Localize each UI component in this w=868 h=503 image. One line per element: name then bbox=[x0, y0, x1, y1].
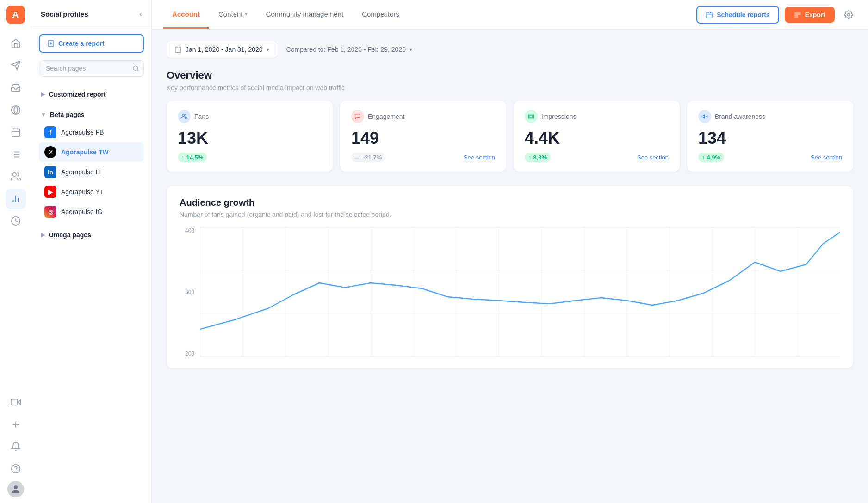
tasks-nav-icon[interactable] bbox=[6, 144, 26, 165]
chevron-right-icon-2: ▶ bbox=[41, 232, 45, 238]
content-area: Jan 1, 2020 - Jan 31, 2020 ▾ Compared to… bbox=[152, 30, 868, 503]
compare-arrow: ▾ bbox=[409, 46, 412, 53]
metrics-grid: Fans 13K ↑ 14,5% bbox=[167, 101, 853, 172]
search-icon bbox=[132, 65, 139, 72]
user-avatar[interactable] bbox=[7, 481, 24, 497]
y-label-400: 400 bbox=[180, 227, 198, 234]
svg-marker-45 bbox=[702, 115, 704, 118]
svg-rect-30 bbox=[707, 12, 712, 18]
tab-community[interactable]: Community management bbox=[257, 1, 353, 29]
tab-account[interactable]: Account bbox=[163, 1, 209, 29]
impressions-value: 4.4K bbox=[525, 129, 669, 148]
home-nav-icon[interactable] bbox=[6, 33, 26, 54]
settings-button[interactable] bbox=[840, 6, 857, 23]
brand-icon bbox=[698, 110, 711, 123]
send-nav-icon[interactable] bbox=[6, 55, 26, 76]
youtube-icon: ▶ bbox=[44, 186, 56, 198]
svg-rect-44 bbox=[530, 115, 533, 118]
svg-rect-36 bbox=[795, 15, 797, 17]
inbox-nav-icon[interactable] bbox=[6, 78, 26, 98]
engagement-change: — -21,7% bbox=[351, 153, 385, 162]
brand-see-section[interactable]: See section bbox=[811, 154, 842, 161]
audience-nav-icon[interactable] bbox=[6, 166, 26, 187]
globe-nav-icon[interactable] bbox=[6, 100, 26, 120]
compare-date-picker[interactable]: Compared to: Feb 1, 2020 - Feb 29, 2020 … bbox=[286, 46, 412, 53]
media-nav-icon[interactable] bbox=[6, 392, 26, 412]
fans-change: ↑ 14,5% bbox=[178, 153, 207, 162]
date-bar: Jan 1, 2020 - Jan 31, 2020 ▾ Compared to… bbox=[167, 41, 853, 58]
sidebar-title: Social profiles bbox=[41, 10, 88, 18]
sidebar-item-tw[interactable]: ✕ Agorapulse TW bbox=[39, 142, 144, 162]
svg-rect-35 bbox=[798, 12, 800, 14]
chart-subtitle: Number of fans gained (organic and paid)… bbox=[180, 211, 840, 218]
tab-competitors[interactable]: Competitors bbox=[353, 1, 409, 29]
engagement-see-section[interactable]: See section bbox=[464, 154, 495, 161]
impressions-footer: ↑ 8,3% See section bbox=[525, 153, 669, 162]
chart-y-labels: 400 300 200 bbox=[180, 227, 198, 357]
chevron-down-icon: ▼ bbox=[41, 111, 46, 118]
instagram-icon: ◎ bbox=[44, 206, 56, 218]
facebook-icon: f bbox=[44, 126, 56, 138]
svg-point-42 bbox=[182, 114, 185, 117]
impressions-see-section[interactable]: See section bbox=[637, 154, 669, 161]
calendar-nav-icon[interactable] bbox=[6, 122, 26, 142]
metric-card-engagement: Engagement 149 — -21,7% See section bbox=[340, 101, 506, 172]
overview-title: Overview bbox=[167, 69, 853, 81]
sidebar-section-customized: ▶ Customized report bbox=[31, 84, 151, 104]
svg-rect-4 bbox=[12, 129, 19, 137]
content-dropdown-arrow: ▾ bbox=[245, 11, 248, 17]
analytics-nav-icon[interactable] bbox=[6, 189, 26, 209]
brand-value: 134 bbox=[698, 129, 842, 148]
svg-rect-34 bbox=[795, 12, 797, 14]
app-logo[interactable]: A bbox=[6, 6, 25, 24]
fans-footer: ↑ 14,5% bbox=[178, 153, 322, 162]
metric-card-brand: Brand awareness 134 ↑ 4,9% See section bbox=[687, 101, 853, 172]
metric-card-impressions: Impressions 4.4K ↑ 8,3% See section bbox=[514, 101, 680, 172]
calendar-icon bbox=[174, 46, 182, 53]
date-picker-arrow: ▾ bbox=[267, 46, 269, 53]
create-report-button[interactable]: Create a report bbox=[39, 34, 144, 53]
omega-pages-header[interactable]: ▶ Omega pages bbox=[39, 227, 144, 242]
sidebar-item-yt[interactable]: ▶ Agorapulse YT bbox=[39, 182, 144, 202]
sidebar: Social profiles ‹ Create a report ▶ Cust… bbox=[31, 0, 152, 503]
speed-nav-icon[interactable] bbox=[6, 211, 26, 231]
plus-nav-icon[interactable] bbox=[6, 414, 26, 435]
engagement-value: 149 bbox=[351, 129, 495, 148]
engagement-icon bbox=[351, 110, 364, 123]
svg-rect-46 bbox=[200, 227, 840, 357]
sidebar-item-fb[interactable]: f Agorapulse FB bbox=[39, 123, 144, 142]
svg-rect-19 bbox=[11, 399, 17, 405]
linkedin-icon: in bbox=[44, 166, 56, 178]
sidebar-section-beta: ▼ Beta pages f Agorapulse FB ✕ Agorapuls… bbox=[31, 104, 151, 225]
fans-icon bbox=[178, 110, 191, 123]
y-label-300: 300 bbox=[180, 289, 198, 295]
beta-pages-header[interactable]: ▼ Beta pages bbox=[39, 107, 144, 122]
impressions-change: ↑ 8,3% bbox=[525, 153, 551, 162]
sidebar-item-ig[interactable]: ◎ Agorapulse IG bbox=[39, 202, 144, 221]
date-range-picker[interactable]: Jan 1, 2020 - Jan 31, 2020 ▾ bbox=[167, 41, 277, 58]
main-content: Account Content ▾ Community management C… bbox=[152, 0, 868, 503]
bell-nav-icon[interactable] bbox=[6, 436, 26, 457]
export-button[interactable]: Export bbox=[785, 7, 835, 23]
icon-nav: A bbox=[0, 0, 31, 503]
sidebar-item-li[interactable]: in Agorapulse LI bbox=[39, 162, 144, 182]
nav-tabs: Account Content ▾ Community management C… bbox=[163, 1, 696, 29]
overview-subtitle: Key performance metrics of social media … bbox=[167, 84, 853, 92]
metric-header-fans: Fans bbox=[178, 110, 322, 123]
schedule-reports-button[interactable]: Schedule reports bbox=[696, 6, 779, 24]
svg-point-37 bbox=[848, 13, 850, 16]
sidebar-header: Social profiles ‹ bbox=[31, 0, 151, 27]
topnav-actions: Schedule reports Export bbox=[696, 6, 857, 24]
tab-content[interactable]: Content ▾ bbox=[209, 1, 257, 29]
metric-header-impressions: Impressions bbox=[525, 110, 669, 123]
sidebar-collapse-button[interactable]: ‹ bbox=[139, 9, 142, 19]
help-nav-icon[interactable] bbox=[6, 459, 26, 479]
brand-footer: ↑ 4,9% See section bbox=[698, 153, 842, 162]
customized-report-header[interactable]: ▶ Customized report bbox=[39, 87, 144, 102]
y-label-200: 200 bbox=[180, 350, 198, 357]
engagement-footer: — -21,7% See section bbox=[351, 153, 495, 162]
audience-growth-section: Audience growth Number of fans gained (o… bbox=[167, 186, 853, 368]
search-input[interactable] bbox=[39, 60, 144, 77]
twitter-icon: ✕ bbox=[44, 146, 56, 158]
svg-point-14 bbox=[12, 173, 16, 176]
